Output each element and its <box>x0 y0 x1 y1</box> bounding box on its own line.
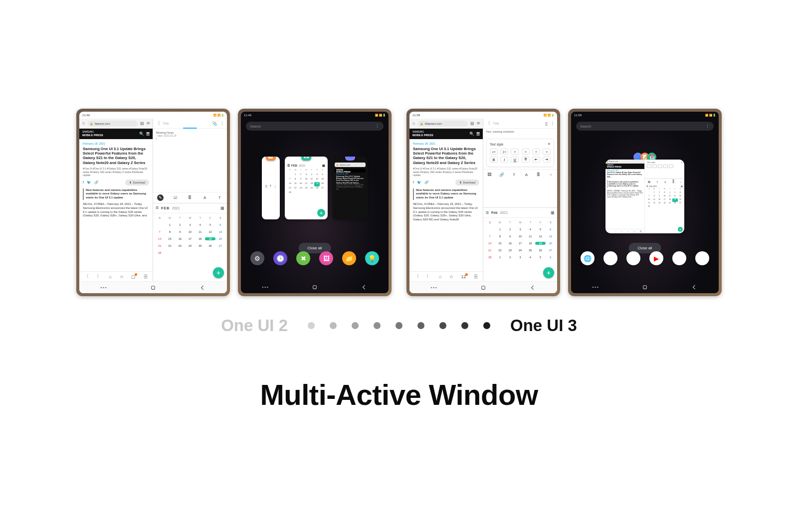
indent-out-icon[interactable]: ⇤ <box>532 157 540 163</box>
nav-menu-icon[interactable]: ☰ <box>144 274 148 279</box>
dock-calc-icon[interactable]: ✖ <box>296 251 310 265</box>
align-justify-icon[interactable]: ≡ <box>543 149 551 155</box>
number-list-icon[interactable]: 1≡ <box>500 149 508 155</box>
twitter-icon[interactable]: 🐦 <box>87 180 91 184</box>
title-field[interactable]: Title <box>493 122 543 125</box>
download-button[interactable]: ⬇ Download <box>125 179 149 185</box>
nav-home-icon[interactable]: ⌂ <box>109 274 111 279</box>
dock-gmail-icon[interactable]: M <box>672 251 686 265</box>
close-icon[interactable]: ✕ <box>548 142 551 146</box>
home-button[interactable] <box>310 284 319 290</box>
grouped-recents-card[interactable]: 🔒 bilepress.com SAMSUNGMOBILE PRESS Febr… <box>605 160 684 233</box>
dock-youtube-icon[interactable]: ▶ <box>649 251 663 265</box>
nav-tabs-icon[interactable]: ▢ <box>131 274 136 279</box>
facebook-icon[interactable]: f <box>83 180 84 184</box>
image-tool-icon[interactable]: 🖼 <box>486 172 493 178</box>
nav-menu-icon[interactable]: ☰ <box>474 274 478 279</box>
recents-button[interactable] <box>99 285 108 291</box>
download-button[interactable]: ⬇ Download <box>455 179 479 185</box>
attach-icon[interactable]: 📎 <box>212 121 217 126</box>
add-event-icon[interactable]: + <box>317 209 325 217</box>
dock-photos-icon[interactable]: ✿ <box>695 251 709 265</box>
search-field[interactable]: Search ⋮ <box>246 122 384 131</box>
dock-internet-icon[interactable]: 🌐 <box>581 251 595 265</box>
nav-fwd-icon[interactable]: 〉 <box>426 273 431 280</box>
link-icon[interactable]: 🔗 <box>94 180 99 184</box>
text-tool-icon[interactable]: T <box>511 172 517 178</box>
dock-chrome-icon[interactable]: ◉ <box>626 251 640 265</box>
nav-bookmark-icon[interactable]: ☆ <box>449 274 453 279</box>
indent-in-icon[interactable]: ⇥ <box>543 157 551 163</box>
search-icon[interactable]: 🔍 <box>469 132 474 136</box>
underline-icon[interactable]: U <box>511 157 519 163</box>
more-icon[interactable]: ⋮ <box>550 121 555 126</box>
add-event-fab[interactable]: + <box>213 267 224 278</box>
note-body[interactable]: Meeting Notes - date: 2021.02.18 | <box>153 129 227 192</box>
align-center-icon[interactable]: ≡ <box>522 149 530 155</box>
nav-tabs-icon[interactable]: 12 <box>461 274 466 279</box>
today-icon[interactable]: ▦ <box>220 206 224 210</box>
address-bar[interactable]: 🔒 ilepress.com <box>88 121 138 127</box>
text-tool-icon[interactable]: A <box>201 194 208 201</box>
recents-button[interactable] <box>591 284 600 290</box>
nav-fwd-icon[interactable]: 〉 <box>97 273 101 280</box>
color-tool-icon[interactable]: A <box>523 172 530 178</box>
align-right-icon[interactable]: ≡ <box>532 149 540 155</box>
cal-menu-icon[interactable]: ☰ <box>156 206 159 210</box>
dock-tips-icon[interactable]: 💡 <box>365 251 379 265</box>
pen-tool-icon[interactable]: ✎ <box>157 194 164 201</box>
bold-icon[interactable]: B <box>490 157 498 163</box>
align-left-icon[interactable]: ≡ <box>511 149 519 155</box>
address-bar[interactable]: 🔒 bilepress.com <box>418 121 468 127</box>
more-tool-icon[interactable]: › <box>548 172 554 178</box>
dock-clock-icon[interactable]: 🕒 <box>273 251 287 265</box>
more-icon[interactable]: ⋮ <box>220 121 224 126</box>
reload-icon[interactable]: ⟳ <box>146 121 151 126</box>
title-field[interactable]: Title <box>163 122 209 125</box>
nav-back-icon[interactable]: 〈 <box>414 273 419 280</box>
recents-card-notes[interactable]: 📝 ☰T⋮ <box>262 157 280 219</box>
back-button[interactable] <box>198 285 207 291</box>
home-button[interactable] <box>149 285 158 291</box>
home-button[interactable] <box>640 284 649 290</box>
search-more-icon[interactable]: ⋮ <box>375 124 380 129</box>
list-tool-icon[interactable]: ≣ <box>535 172 542 178</box>
reader-icon[interactable]: ▯ <box>545 121 548 126</box>
reload-icon[interactable]: ⟳ <box>476 121 481 126</box>
today-icon[interactable]: ▦ <box>551 210 555 215</box>
font-tool-icon[interactable]: T <box>216 194 223 201</box>
menu-icon[interactable]: ☰ <box>476 132 480 136</box>
back-button[interactable] <box>690 284 699 290</box>
recents-card-browser[interactable]: 🌐 🔒ilepress.com SAMSUNGMOBILE PRESS Febr… <box>333 157 368 219</box>
link-tool-icon[interactable]: 🔗 <box>498 172 505 178</box>
list-tool-icon[interactable]: ≣ <box>187 194 193 201</box>
search-icon[interactable]: 🔍 <box>139 132 144 136</box>
home-icon[interactable]: ⌂ <box>411 121 416 126</box>
home-button[interactable] <box>479 285 488 291</box>
back-icon[interactable]: 〈 <box>156 120 160 127</box>
link-icon[interactable]: 🔗 <box>424 180 429 184</box>
search-more-icon[interactable]: ⋮ <box>705 124 710 129</box>
check-tool-icon[interactable]: ☑ <box>172 194 179 201</box>
dock-play-icon[interactable]: ▶ <box>603 251 617 265</box>
back-icon[interactable]: 〈 <box>486 120 490 127</box>
recents-card-calendar[interactable]: 📅 ☰ FEB 2021 ▦ SMTWTFS123456789101112131… <box>285 157 328 219</box>
back-button[interactable] <box>360 284 369 290</box>
nav-bookmark-icon[interactable]: ☆ <box>120 274 124 279</box>
strike-icon[interactable]: T̶ <box>522 157 530 163</box>
star-icon[interactable]: ☆ <box>81 121 86 126</box>
menu-icon[interactable]: ☰ <box>146 132 150 136</box>
dock-files-icon[interactable]: 📁 <box>342 251 356 265</box>
nav-back-icon[interactable]: 〈 <box>84 273 89 280</box>
reader-icon[interactable]: ▤ <box>470 121 474 126</box>
cal-menu-icon[interactable]: ☰ <box>486 211 489 215</box>
back-button[interactable] <box>528 285 537 291</box>
search-field[interactable]: Search ⋮ <box>576 122 714 131</box>
twitter-icon[interactable]: 🐦 <box>417 180 421 184</box>
recents-button[interactable] <box>429 285 438 291</box>
recents-button[interactable] <box>261 284 270 290</box>
dock-gallery-icon[interactable]: 🖼 <box>319 251 333 265</box>
italic-icon[interactable]: I <box>500 157 508 163</box>
reader-icon[interactable]: ▤ <box>140 121 144 126</box>
facebook-icon[interactable]: f <box>413 180 414 184</box>
